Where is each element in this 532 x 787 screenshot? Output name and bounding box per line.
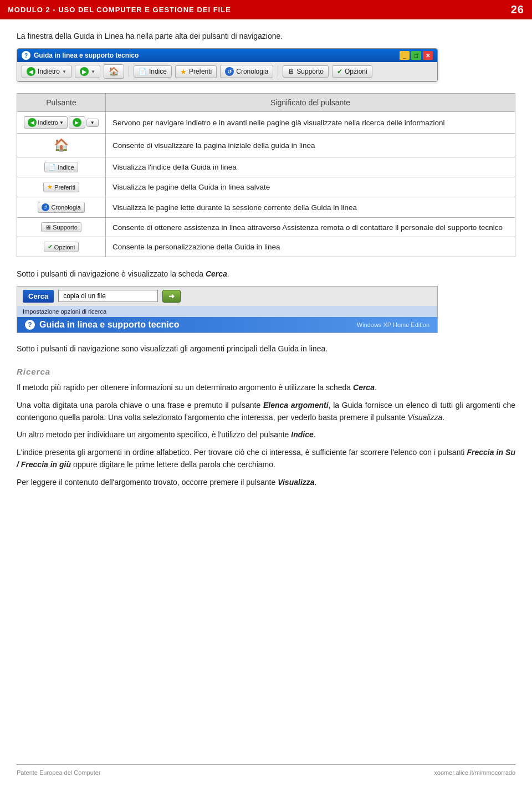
favorites-button[interactable]: ★ Preferiti	[175, 65, 217, 78]
description-cell: Visualizza le pagine lette durante la se…	[106, 197, 515, 218]
module-title: MODULO 2 - USO DEL COMPUTER E GESTIONE D…	[8, 6, 231, 14]
ricerca-para3: Un altro metodo per individuare un argom…	[17, 429, 515, 441]
options-icon: ✔	[337, 68, 342, 75]
cerca-label: Cerca	[23, 290, 54, 303]
toolbar-separator-1	[129, 66, 129, 77]
table-row: 📄 IndiceVisualizza l'indice della Guida …	[17, 157, 515, 177]
table-row: ↺ CronologiaVisualizza le pagine lette d…	[17, 197, 515, 218]
maximize-button[interactable]: □	[411, 51, 421, 60]
table-row: ✔ OpzioniConsente la personalizzazione d…	[17, 237, 515, 257]
description-cell: Consente di visualizzare la pagina inizi…	[106, 134, 515, 157]
description-cell: Consente la personalizzazione della Guid…	[106, 237, 515, 257]
minimize-button[interactable]: _	[400, 51, 410, 60]
cerca-intro-paragraph: Sotto i pulsanti di navigazione è visual…	[17, 268, 515, 280]
index-icon: 📄	[139, 68, 147, 75]
footer-right: xoomer.alice.it/mimmocorrado	[434, 769, 515, 776]
table-row: 🏠Consente di visualizzare la pagina iniz…	[17, 134, 515, 157]
cerca-para2: Sotto i pulsanti di navigazione sono vis…	[17, 343, 515, 355]
description-cell: Visualizza le pagine della Guida in line…	[106, 177, 515, 197]
window-controls: _ □ ✕	[400, 51, 433, 60]
button-cell: ★ Preferiti	[17, 177, 106, 197]
page-number: 26	[511, 3, 524, 16]
description-cell: Consente di ottenere assistenza in linea…	[106, 218, 515, 237]
forward-arrow-icon: ▼	[91, 69, 95, 74]
home-button[interactable]: 🏠	[104, 64, 124, 79]
col-pulsante: Pulsante	[17, 94, 106, 112]
footer: Patente Europea del Computer xoomer.alic…	[17, 764, 515, 776]
button-cell: 🖥 Supporto	[17, 218, 106, 237]
help-window-mockup: ? Guida in linea e supporto tecnico _ □ …	[17, 48, 438, 82]
table-row: ◀ Indietro ▼ ▶ ▼ Servono per navigare in…	[17, 112, 515, 134]
cerca-sub-link: Impostazione opzioni di ricerca	[17, 306, 437, 317]
help-question-icon: ?	[25, 320, 35, 330]
intro-paragraph: La finestra della Guida in Linea ha nell…	[17, 32, 515, 40]
support-icon: 🖥	[288, 68, 294, 75]
button-cell: 📄 Indice	[17, 157, 106, 177]
home-icon: 🏠	[109, 67, 119, 76]
star-icon: ★	[180, 68, 187, 76]
forward-button[interactable]: ▶ ▼	[75, 65, 100, 78]
guida-title: Guida in linea e supporto tecnico	[39, 320, 179, 330]
cerca-input[interactable]	[58, 290, 158, 302]
ricerca-para5: Per leggere il contenuto dell'argomento …	[17, 477, 515, 489]
main-content: La finestra della Guida in Linea ha nell…	[0, 19, 532, 538]
cerca-header: ? Guida in linea e supporto tecnico Wind…	[17, 317, 437, 333]
cerca-toolbar: Cerca ➜	[17, 287, 437, 306]
history-button[interactable]: ↺ Cronologia	[220, 65, 273, 78]
cerca-header-left: ? Guida in linea e supporto tecnico	[25, 320, 179, 330]
toolbar-separator-2	[278, 66, 278, 77]
table-row: ★ PreferitiVisualizza le pagine della Gu…	[17, 177, 515, 197]
options-button[interactable]: ✔ Opzioni	[332, 65, 372, 78]
ricerca-para4: L'indice presenta gli argomenti in ordin…	[17, 447, 515, 471]
index-button[interactable]: 📄 Indice	[134, 65, 172, 78]
button-cell: ✔ Opzioni	[17, 237, 106, 257]
titlebar-icon: ?	[22, 51, 30, 60]
description-cell: Visualizza l'indice della Guida in linea	[106, 157, 515, 177]
back-icon: ◀	[27, 67, 35, 76]
button-cell: ↺ Cronologia	[17, 197, 106, 218]
cerca-window-mockup: Cerca ➜ Impostazione opzioni di ricerca …	[17, 286, 438, 333]
button-cell: ◀ Indietro ▼ ▶ ▼	[17, 112, 106, 134]
ricerca-para2: Una volta digitata una parola chiave o u…	[17, 400, 515, 423]
cerca-go-button[interactable]: ➜	[162, 290, 181, 303]
support-button[interactable]: 🖥 Supporto	[283, 65, 329, 78]
description-cell: Servono per navigare indietro e in avant…	[106, 112, 515, 134]
titlebar-left: ? Guida in linea e supporto tecnico	[22, 51, 139, 60]
table-row: 🖥 SupportoConsente di ottenere assistenz…	[17, 218, 515, 237]
back-arrow-icon: ▼	[62, 69, 66, 74]
header-bar: MODULO 2 - USO DEL COMPUTER E GESTIONE D…	[0, 0, 532, 19]
ricerca-heading: Ricerca	[17, 367, 515, 376]
toolbar: ◀ Indietro ▼ ▶ ▼ 🏠 📄 Indice ★ Preferiti	[17, 62, 437, 81]
col-significato: Significato del pulsante	[106, 94, 515, 112]
button-cell: 🏠	[17, 134, 106, 157]
back-button[interactable]: ◀ Indietro ▼	[22, 65, 71, 78]
window-titlebar: ? Guida in linea e supporto tecnico _ □ …	[17, 49, 437, 62]
ricerca-para1: Il metodo più rapido per ottenere inform…	[17, 382, 515, 394]
navigation-table: Pulsante Significato del pulsante ◀ Indi…	[17, 93, 515, 257]
forward-icon: ▶	[80, 67, 89, 76]
clock-icon: ↺	[225, 67, 234, 76]
windows-version: Windows XP Home Edition	[357, 321, 429, 328]
window-title: Guida in linea e supporto tecnico	[34, 52, 139, 59]
close-button[interactable]: ✕	[423, 51, 433, 60]
footer-left: Patente Europea del Computer	[17, 769, 101, 776]
